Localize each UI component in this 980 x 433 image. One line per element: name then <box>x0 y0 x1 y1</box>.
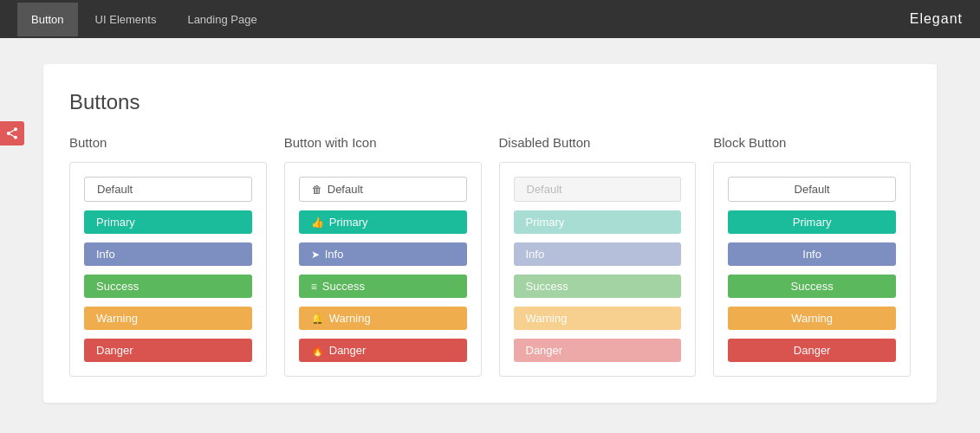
fire-icon: 🔥 <box>311 345 324 357</box>
bell-icon: 🔔 <box>311 313 324 325</box>
btn-danger[interactable]: Danger <box>84 339 252 362</box>
btn-icon-primary[interactable]: 👍 Primary <box>299 210 467 234</box>
btn-primary[interactable]: Primary <box>84 210 252 234</box>
btn-disabled-warning: Warning <box>514 307 682 330</box>
btn-info[interactable]: Info <box>84 242 252 266</box>
sidebar-share-button[interactable] <box>0 121 24 145</box>
btn-disabled-danger: Danger <box>514 339 682 362</box>
nav-links: Button UI Elements Landing Page <box>17 3 271 36</box>
column-button: Button Default Primary Info Success Warn… <box>69 135 267 377</box>
btn-icon-info[interactable]: ➤ Info <box>299 242 467 266</box>
nav-ui-elements[interactable]: UI Elements <box>81 3 171 36</box>
btn-block-warning[interactable]: Warning <box>728 307 896 330</box>
nav-landing-page[interactable]: Landing Page <box>173 3 270 36</box>
btn-disabled-info: Info <box>514 242 682 266</box>
column-button-icon: Button with Icon 🗑 Default 👍 Primary ➤ I… <box>284 135 482 377</box>
list-icon: ≡ <box>311 281 317 293</box>
btn-block-primary[interactable]: Primary <box>728 210 896 234</box>
btn-block-danger[interactable]: Danger <box>728 339 896 362</box>
btn-icon-danger[interactable]: 🔥 Danger <box>299 339 467 362</box>
btn-disabled-success: Success <box>514 275 682 298</box>
column-block-title: Block Button <box>713 135 911 150</box>
btn-icon-default[interactable]: 🗑 Default <box>299 177 467 202</box>
column-button-box: Default Primary Info Success Warning Dan… <box>69 162 267 377</box>
btn-disabled-primary: Primary <box>514 210 682 234</box>
btn-icon-warning[interactable]: 🔔 Warning <box>299 307 467 330</box>
column-disabled: Disabled Button Default Primary Info Suc… <box>499 135 697 377</box>
nav-css-components[interactable]: Button <box>17 3 78 36</box>
buttons-card: Buttons Button Default Primary Info Succ… <box>43 64 937 403</box>
btn-block-success[interactable]: Success <box>728 275 896 298</box>
btn-warning[interactable]: Warning <box>84 307 252 330</box>
main-content: Buttons Button Default Primary Info Succ… <box>0 38 980 429</box>
thumbsup-icon: 👍 <box>311 216 324 229</box>
column-disabled-box: Default Primary Info Success Warning Dan… <box>499 162 697 377</box>
navbar: Button UI Elements Landing Page Elegant <box>0 0 980 38</box>
trash-icon: 🗑 <box>312 184 322 196</box>
column-disabled-title: Disabled Button <box>499 135 697 150</box>
btn-success[interactable]: Success <box>84 275 252 298</box>
column-button-icon-title: Button with Icon <box>284 135 482 150</box>
column-block: Block Button Default Primary Info Succes… <box>713 135 911 377</box>
brand-name: Elegant <box>910 11 963 27</box>
btn-block-info[interactable]: Info <box>728 242 896 266</box>
btn-icon-success[interactable]: ≡ Success <box>299 275 467 298</box>
btn-block-default[interactable]: Default <box>728 177 896 202</box>
button-columns: Button Default Primary Info Success Warn… <box>69 135 911 377</box>
share-icon <box>5 126 19 140</box>
arrow-icon: ➤ <box>311 249 320 261</box>
btn-disabled-default: Default <box>514 177 682 202</box>
page-title: Buttons <box>69 90 911 114</box>
column-button-title: Button <box>69 135 267 150</box>
btn-default[interactable]: Default <box>84 177 252 202</box>
column-button-icon-box: 🗑 Default 👍 Primary ➤ Info ≡ Success 🔔 W… <box>284 162 482 377</box>
column-block-box: Default Primary Info Success Warning Dan… <box>713 162 911 377</box>
